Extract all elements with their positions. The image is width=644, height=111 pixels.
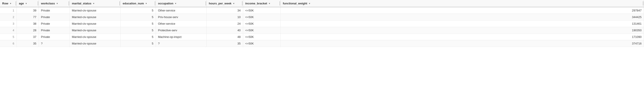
cell-occupation: Priv-house-serv — [156, 14, 206, 20]
col-header-age[interactable]: age — [16, 0, 39, 7]
resize-handle-occupation[interactable] — [205, 0, 206, 7]
sort-icon-marital-status[interactable] — [93, 2, 95, 5]
cell-hours-per-week: 34 — [206, 7, 243, 14]
cell-workclass: Private — [39, 27, 70, 34]
cell-income-bracket: <=50K — [243, 20, 280, 27]
sort-icon-income-bracket[interactable] — [268, 2, 270, 5]
cell-functional-weight: 171090 — [280, 34, 644, 40]
col-label-workclass: workclass — [41, 2, 55, 5]
cell-functional-weight: 131461 — [280, 20, 644, 27]
cell-hours-per-week: 10 — [206, 14, 243, 20]
cell-marital-status: Married-civ-spouse — [70, 14, 120, 20]
cell-education-num: 5 — [120, 7, 156, 14]
cell-marital-status: Married-civ-spouse — [70, 7, 120, 14]
cell-occupation: Other-service — [156, 7, 206, 14]
col-label-hours-per-week: hours_per_week — [209, 2, 232, 5]
cell-workclass: Private — [39, 34, 70, 40]
cell-education-num: 5 — [120, 20, 156, 27]
cell-age: 28 — [16, 27, 39, 34]
cell-education-num: 5 — [120, 40, 156, 47]
col-label-marital-status: marital_status — [72, 2, 92, 5]
resize-handle-functional-weight[interactable] — [642, 0, 644, 7]
table-row[interactable]: 277PrivateMarried-civ-spouse5Priv-house-… — [0, 14, 644, 20]
cell-workclass: Private — [39, 20, 70, 27]
cell-occupation: ? — [156, 40, 206, 47]
cell-row: 5 — [0, 34, 16, 40]
cell-income-bracket: <=50K — [243, 27, 280, 34]
sort-icon-workclass[interactable] — [56, 2, 58, 5]
table-row[interactable]: 139PrivateMarried-civ-spouse5Other-servi… — [0, 7, 644, 14]
cell-income-bracket: <=50K — [243, 7, 280, 14]
cell-income-bracket: <=50K — [243, 34, 280, 40]
cell-hours-per-week: 48 — [206, 34, 243, 40]
col-label-age: age — [19, 2, 24, 5]
resize-handle-workclass[interactable] — [68, 0, 70, 7]
cell-functional-weight: 190350 — [280, 27, 644, 34]
col-label-row: Row — [2, 2, 8, 5]
resize-handle-education-num[interactable] — [154, 0, 156, 7]
cell-row: 4 — [0, 27, 16, 34]
sort-icon-education-num[interactable] — [145, 2, 147, 5]
table-header-row: Row age workclass — [0, 0, 644, 7]
col-header-occupation[interactable]: occupation — [156, 0, 206, 7]
cell-hours-per-week: 40 — [206, 27, 243, 34]
cell-row: 1 — [0, 7, 16, 14]
cell-workclass: Private — [39, 7, 70, 14]
cell-workclass: Private — [39, 14, 70, 20]
cell-occupation: Protective-serv — [156, 27, 206, 34]
resize-handle-income-bracket[interactable] — [279, 0, 280, 7]
cell-functional-weight: 297847 — [280, 7, 644, 14]
cell-marital-status: Married-civ-spouse — [70, 40, 120, 47]
table-row[interactable]: 537PrivateMarried-civ-spouse5Machine-op-… — [0, 34, 644, 40]
cell-income-bracket: <=50K — [243, 40, 280, 47]
sort-icon-row[interactable] — [10, 2, 12, 5]
cell-age: 39 — [16, 7, 39, 14]
cell-marital-status: Married-civ-spouse — [70, 34, 120, 40]
cell-hours-per-week: 24 — [206, 20, 243, 27]
col-header-education-num[interactable]: education_num — [120, 0, 156, 7]
cell-income-bracket: <=50K — [243, 14, 280, 20]
col-header-row[interactable]: Row — [0, 0, 16, 7]
resize-handle-hours-per-week[interactable] — [242, 0, 243, 7]
resize-handle-row[interactable] — [15, 0, 16, 7]
cell-education-num: 5 — [120, 34, 156, 40]
col-header-functional-weight[interactable]: functional_weight — [280, 0, 644, 7]
col-header-income-bracket[interactable]: income_bracket — [243, 0, 280, 7]
col-header-marital-status[interactable]: marital_status — [70, 0, 120, 7]
col-header-workclass[interactable]: workclass — [39, 0, 70, 7]
cell-row: 3 — [0, 20, 16, 27]
table-row[interactable]: 428PrivateMarried-civ-spouse5Protective-… — [0, 27, 644, 34]
cell-age: 77 — [16, 14, 39, 20]
cell-age: 35 — [16, 40, 39, 47]
cell-education-num: 5 — [120, 27, 156, 34]
cell-functional-weight: 374716 — [280, 40, 644, 47]
cell-occupation: Machine-op-inspct — [156, 34, 206, 40]
cell-marital-status: Married-civ-spouse — [70, 20, 120, 27]
cell-marital-status: Married-civ-spouse — [70, 27, 120, 34]
resize-handle-age[interactable] — [37, 0, 39, 7]
cell-age: 38 — [16, 20, 39, 27]
sort-icon-age[interactable] — [25, 2, 27, 5]
col-label-education-num: education_num — [123, 2, 144, 5]
cell-hours-per-week: 35 — [206, 40, 243, 47]
cell-occupation: Other-service — [156, 20, 206, 27]
sort-icon-occupation[interactable] — [175, 2, 177, 5]
col-label-occupation: occupation — [158, 2, 173, 5]
table-row[interactable]: 635?Married-civ-spouse5?35<=50K374716 — [0, 40, 644, 47]
col-label-functional-weight: functional_weight — [283, 2, 308, 5]
cell-workclass: ? — [39, 40, 70, 47]
cell-education-num: 5 — [120, 14, 156, 20]
data-table: Row age workclass — [0, 0, 644, 47]
table-row[interactable]: 338PrivateMarried-civ-spouse5Other-servi… — [0, 20, 644, 27]
cell-row: 6 — [0, 40, 16, 47]
cell-functional-weight: 344425 — [280, 14, 644, 20]
sort-icon-hours-per-week[interactable] — [233, 2, 235, 5]
sort-icon-functional-weight[interactable] — [308, 2, 310, 5]
col-header-hours-per-week[interactable]: hours_per_week — [206, 0, 243, 7]
resize-handle-marital-status[interactable] — [119, 0, 120, 7]
col-label-income-bracket: income_bracket — [245, 2, 267, 5]
cell-row: 2 — [0, 14, 16, 20]
cell-age: 37 — [16, 34, 39, 40]
